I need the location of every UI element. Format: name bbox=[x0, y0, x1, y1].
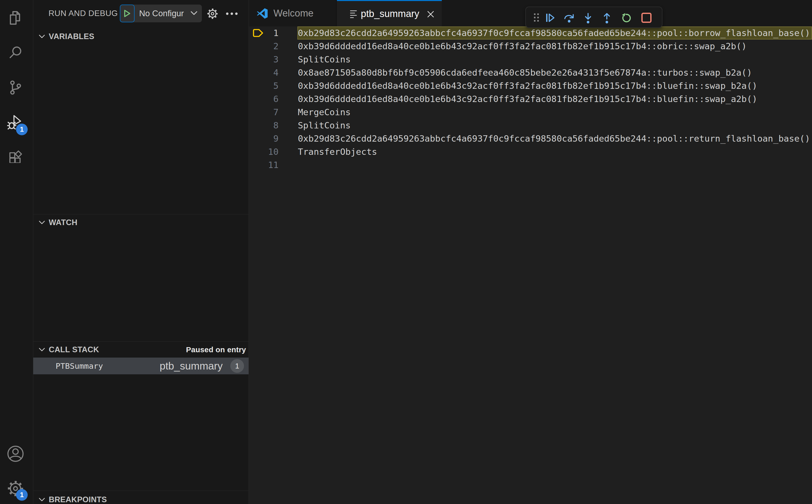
source-control-icon bbox=[7, 79, 23, 96]
code-line: 1 0xb29d83c26cdd2a64959263abbcfc4a6937f0… bbox=[249, 26, 812, 40]
code-line: 7 MergeCoins bbox=[249, 106, 812, 119]
debug-config-dropdown[interactable]: No Configur bbox=[120, 5, 202, 22]
line-number: 1 bbox=[249, 26, 278, 40]
activity-item-explorer[interactable] bbox=[7, 10, 23, 26]
section-label: BREAKPOINTS bbox=[49, 495, 107, 504]
debug-toolbar bbox=[525, 7, 663, 28]
line-number: 2 bbox=[249, 40, 278, 53]
line-text: SplitCoins bbox=[298, 53, 351, 66]
chevron-down-icon bbox=[190, 11, 198, 16]
settings-badge: 1 bbox=[16, 489, 28, 501]
tab-ptb-summary[interactable]: ptb_summary bbox=[337, 0, 442, 26]
activity-item-search[interactable] bbox=[7, 45, 23, 61]
chevron-down-icon bbox=[39, 220, 45, 225]
chevron-down-icon bbox=[39, 34, 45, 39]
sidebar-settings-gear-icon[interactable] bbox=[207, 8, 218, 20]
callstack-frame-name: PTBSummary bbox=[56, 358, 103, 374]
editor-area: Welcome ptb_summary bbox=[249, 0, 812, 504]
restart-icon[interactable] bbox=[621, 12, 633, 24]
activity-item-run-and-debug[interactable]: 1 bbox=[7, 114, 23, 131]
line-number: 7 bbox=[249, 106, 278, 119]
code-line: 6 0xb39d6dddedd16ed8a40ce0b1e6b43c92acf0… bbox=[249, 92, 812, 106]
callstack-frame-file: ptb_summary bbox=[160, 358, 223, 374]
account-icon bbox=[7, 445, 23, 462]
activity-item-extensions[interactable] bbox=[7, 147, 23, 163]
code-line: 8 SplitCoins bbox=[249, 119, 812, 132]
chevron-down-icon bbox=[39, 497, 45, 502]
activity-item-source-control[interactable] bbox=[7, 79, 23, 96]
line-number: 6 bbox=[249, 92, 278, 106]
section-label: WATCH bbox=[49, 218, 77, 227]
callstack-frame-badge: 1 bbox=[230, 359, 244, 373]
step-over-icon[interactable] bbox=[563, 12, 575, 24]
line-text: 0xb29d83c26cdd2a64959263abbcfc4a6937f0c9… bbox=[298, 26, 810, 40]
code-editor[interactable]: 1 0xb29d83c26cdd2a64959263abbcfc4a6937f0… bbox=[249, 26, 812, 504]
sidebar-run-and-debug: RUN AND DEBUG No Configur bbox=[33, 0, 249, 504]
line-number: 4 bbox=[249, 66, 278, 79]
debug-start-icon bbox=[123, 9, 131, 18]
line-number: 10 bbox=[249, 145, 278, 158]
line-text: 0xb39d6dddedd16ed8a40ce0b1e6b43c92acf0ff… bbox=[298, 40, 747, 53]
line-number: 11 bbox=[249, 158, 278, 172]
debug-badge: 1 bbox=[16, 124, 28, 135]
line-text: MergeCoins bbox=[298, 106, 351, 119]
section-label: CALL STACK bbox=[49, 345, 99, 354]
code-line: 11 bbox=[249, 158, 812, 172]
section-label: VARIABLES bbox=[49, 32, 94, 41]
activity-item-settings[interactable]: 1 bbox=[7, 480, 23, 496]
line-text: 0x8ae871505a80d8bf6bf9c05906cda6edfeea46… bbox=[298, 66, 752, 79]
chevron-down-icon bbox=[39, 347, 45, 352]
section-watch[interactable]: WATCH bbox=[33, 214, 248, 230]
line-text: SplitCoins bbox=[298, 119, 351, 132]
line-number: 3 bbox=[249, 53, 278, 66]
step-into-icon[interactable] bbox=[582, 12, 594, 24]
section-call-stack[interactable]: CALL STACK Paused on entry bbox=[33, 341, 248, 358]
step-out-icon[interactable] bbox=[601, 12, 613, 24]
code-line: 5 0xb39d6dddedd16ed8a40ce0b1e6b43c92acf0… bbox=[249, 79, 812, 92]
drag-gripper-icon[interactable] bbox=[531, 12, 542, 24]
tab-welcome[interactable]: Welcome bbox=[249, 0, 336, 26]
activity-bar: 1 bbox=[0, 0, 33, 504]
extensions-icon bbox=[7, 147, 23, 163]
stop-icon[interactable] bbox=[641, 12, 652, 24]
activity-item-account[interactable] bbox=[7, 445, 23, 461]
line-number: 9 bbox=[249, 132, 278, 145]
line-text: 0xb39d6dddedd16ed8a40ce0b1e6b43c92acf0ff… bbox=[298, 79, 757, 92]
vscode-logo-icon bbox=[256, 8, 268, 19]
line-text: TransferObjects bbox=[298, 145, 377, 158]
tab-label: Welcome bbox=[273, 0, 313, 26]
explorer-icon bbox=[7, 10, 23, 26]
debug-config-label: No Configur bbox=[139, 5, 186, 22]
section-breakpoints[interactable]: BREAKPOINTS bbox=[33, 491, 248, 504]
section-variables[interactable]: VARIABLES bbox=[33, 28, 248, 45]
callstack-status: Paused on entry bbox=[186, 342, 246, 358]
code-line: 9 0xb29d83c26cdd2a64959263abbcfc4a6937f0… bbox=[249, 132, 812, 145]
debug-start-button[interactable] bbox=[120, 5, 135, 22]
vscode-window: 1 bbox=[0, 0, 812, 504]
list-icon bbox=[350, 10, 357, 18]
line-text: 0xb29d83c26cdd2a64959263abbcfc4a6937f0c9… bbox=[298, 132, 810, 145]
search-icon bbox=[7, 45, 23, 61]
more-actions-icon[interactable] bbox=[226, 8, 238, 20]
code-line: 4 0x8ae871505a80d8bf6bf9c05906cda6edfeea… bbox=[249, 66, 812, 79]
code-line: 3 SplitCoins bbox=[249, 53, 812, 66]
code-line: 2 0xb39d6dddedd16ed8a40ce0b1e6b43c92acf0… bbox=[249, 40, 812, 53]
continue-icon[interactable] bbox=[544, 12, 556, 24]
close-icon[interactable] bbox=[427, 11, 434, 18]
sidebar-title: RUN AND DEBUG bbox=[48, 0, 118, 26]
line-number: 5 bbox=[249, 79, 278, 92]
line-number: 8 bbox=[249, 119, 278, 132]
code-line: 10 TransferObjects bbox=[249, 145, 812, 158]
line-text: 0xb39d6dddedd16ed8a40ce0b1e6b43c92acf0ff… bbox=[298, 92, 757, 106]
tab-label: ptb_summary bbox=[361, 1, 419, 26]
callstack-frame-row[interactable]: PTBSummary ptb_summary 1 bbox=[33, 358, 248, 374]
